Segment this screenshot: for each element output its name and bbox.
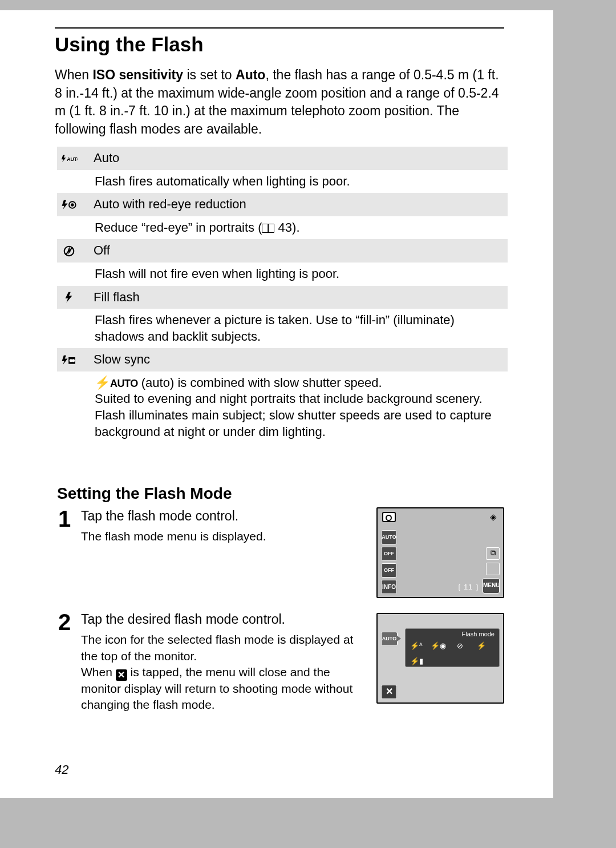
- step-2-number: 2: [55, 611, 74, 713]
- top-rule: [55, 27, 504, 29]
- screen-illustration-2: AUTO Flash mode ⚡ᴬ ⚡◉ ⊘ ⚡ ⚡▮ ✕: [376, 613, 504, 704]
- flash-mode-panel: Flash mode ⚡ᴬ ⚡◉ ⊘ ⚡ ⚡▮: [405, 628, 500, 667]
- page-ref-number: 43: [278, 220, 292, 235]
- flash-slowsync-icon: [57, 348, 90, 371]
- intro-paragraph: When ISO sensitivity is set to Auto, the…: [55, 66, 504, 139]
- svg-point-7: [72, 359, 75, 362]
- panel-flash-slowsync-icon: ⚡▮: [409, 657, 424, 665]
- auto-mode-chip: AUTO: [381, 530, 397, 544]
- setting-flash-mode-heading: Setting the Flash Mode: [57, 484, 504, 503]
- flash-off-icon: [57, 239, 90, 263]
- flash-off-desc: Flash will not fire even when lighting i…: [90, 263, 508, 286]
- flash-fill-icon: [57, 286, 90, 309]
- page-title: Using the Flash: [55, 33, 504, 56]
- svg-point-2: [71, 203, 74, 207]
- flash-modes-table: AUTO Auto Flash fires automatically when…: [57, 147, 508, 443]
- flash-slowsync-desc: ⚡AUTO (auto) is combined with slow shutt…: [90, 371, 508, 443]
- panel-flash-fill-icon: ⚡: [474, 641, 489, 650]
- frame-count: 11: [456, 583, 480, 591]
- info-chip: INFO: [381, 580, 397, 594]
- flash-auto-icon: AUTO: [57, 147, 90, 170]
- exposure-comp-chip: ⧉: [486, 547, 500, 560]
- focus-af-icon: ◈: [488, 512, 499, 522]
- camera-icon: [382, 512, 396, 522]
- flash-slowsync-label: Slow sync: [90, 348, 508, 371]
- step-1-number: 1: [55, 507, 74, 598]
- panel-flash-auto-icon: ⚡ᴬ: [409, 641, 424, 650]
- step-2-desc: The icon for the selected flash mode is …: [81, 632, 366, 713]
- page-number: 42: [55, 762, 68, 777]
- x-close-icon: ✕: [116, 669, 127, 681]
- flash-off-label: Off: [90, 239, 508, 263]
- flash-panel-title: Flash mode: [462, 631, 495, 637]
- macro-off-chip: OFF: [381, 563, 397, 578]
- flash-fill-desc: Flash fires whenever a picture is taken.…: [90, 309, 508, 348]
- step-1-heading: Tap the flash mode control.: [81, 507, 366, 525]
- flash-auto-desc: Flash fires automatically when lighting …: [90, 170, 508, 193]
- svg-text:AUTO: AUTO: [67, 156, 78, 161]
- panel-flash-off-icon: ⊘: [452, 641, 467, 650]
- step-1-desc: The flash mode menu is displayed.: [81, 528, 366, 544]
- step-2-heading: Tap the desired flash mode control.: [81, 611, 366, 628]
- burst-chip: [486, 563, 500, 575]
- flash-auto-label: Auto: [90, 147, 508, 170]
- panel-flash-redeye-icon: ⚡◉: [431, 641, 445, 650]
- menu-chip: MENU: [483, 578, 500, 593]
- timer-off-chip: OFF: [381, 547, 397, 561]
- auto-chip-selected: AUTO: [381, 632, 398, 646]
- close-panel-chip: ✕: [381, 685, 397, 699]
- page-ref-icon: [262, 224, 274, 233]
- flash-redeye-icon: [57, 193, 90, 216]
- screen-illustration-1: ◈ AUTO OFF OFF INFO ⧉ MENU 11: [376, 507, 504, 598]
- flash-redeye-desc: Reduce “red-eye” in portraits: [95, 220, 258, 235]
- flash-fill-label: Fill flash: [90, 286, 508, 309]
- flash-redeye-label: Auto with red-eye reduction: [90, 193, 508, 216]
